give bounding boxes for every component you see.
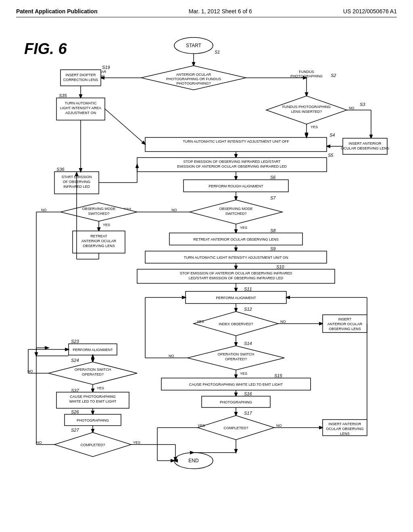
svg-text:YES: YES bbox=[197, 320, 204, 324]
svg-text:PERFORM ALIGNMENT: PERFORM ALIGNMENT bbox=[73, 348, 113, 352]
svg-text:S6: S6 bbox=[270, 175, 276, 180]
svg-text:S9: S9 bbox=[270, 246, 275, 251]
svg-text:ANTERIOR OCULAR: ANTERIOR OCULAR bbox=[81, 239, 117, 243]
svg-text:EMISSION OF ANTERIOR OCULAR OB: EMISSION OF ANTERIOR OCULAR OBSERVING IN… bbox=[177, 164, 287, 168]
svg-text:END: END bbox=[188, 458, 199, 463]
svg-text:OBSERVING MODE: OBSERVING MODE bbox=[219, 207, 253, 211]
svg-text:S3: S3 bbox=[360, 102, 365, 107]
header-center: Mar. 1, 2012 Sheet 6 of 6 bbox=[189, 8, 252, 15]
svg-text:STOP EMISSION OF ANTERIOR OCUL: STOP EMISSION OF ANTERIOR OCULAR OBSERVI… bbox=[180, 271, 292, 275]
svg-text:OBSERVING MODE: OBSERVING MODE bbox=[82, 207, 116, 211]
svg-text:YES: YES bbox=[198, 424, 205, 428]
svg-text:S8: S8 bbox=[270, 228, 276, 233]
svg-text:S23: S23 bbox=[71, 339, 79, 344]
header-right: US 2012/0050676 A1 bbox=[343, 8, 397, 15]
svg-text:S7: S7 bbox=[270, 195, 276, 200]
svg-text:S17: S17 bbox=[244, 411, 252, 416]
svg-text:COMPLETED?: COMPLETED? bbox=[80, 443, 105, 447]
svg-text:S1: S1 bbox=[215, 50, 220, 54]
svg-text:NO: NO bbox=[349, 106, 355, 110]
svg-text:COMPLETED?: COMPLETED? bbox=[223, 426, 248, 430]
svg-text:YES: YES bbox=[97, 386, 104, 390]
svg-text:S12: S12 bbox=[244, 307, 252, 312]
svg-text:OCULAR OBSERVING LENS: OCULAR OBSERVING LENS bbox=[341, 146, 389, 150]
svg-text:OBSERVING LENS: OBSERVING LENS bbox=[329, 327, 361, 331]
svg-text:LENS: LENS bbox=[340, 432, 350, 436]
svg-text:S19: S19 bbox=[102, 65, 110, 70]
svg-text:S5: S5 bbox=[328, 153, 334, 158]
svg-text:S4: S4 bbox=[330, 133, 335, 137]
svg-text:ANTERIOR OCULAR: ANTERIOR OCULAR bbox=[327, 322, 363, 326]
svg-text:TURN AUTOMATIC: TURN AUTOMATIC bbox=[65, 101, 97, 105]
svg-line-135 bbox=[105, 109, 145, 144]
svg-text:NO: NO bbox=[169, 354, 174, 358]
svg-text:PHOTOGRAPHING: PHOTOGRAPHING bbox=[220, 400, 252, 404]
svg-text:CAUSE PHOTOGRAPHING WHITE LED : CAUSE PHOTOGRAPHING WHITE LED TO EMIT LI… bbox=[189, 382, 283, 387]
svg-text:S15: S15 bbox=[274, 373, 282, 378]
svg-text:WHITE LED TO EMIT LIGHT: WHITE LED TO EMIT LIGHT bbox=[69, 399, 117, 403]
svg-text:INSERT DIOPTER: INSERT DIOPTER bbox=[65, 73, 96, 77]
svg-text:OPERATION SWITCH: OPERATION SWITCH bbox=[218, 352, 254, 356]
svg-text:YES: YES bbox=[103, 223, 110, 227]
fig-title: FIG. 6 bbox=[24, 40, 67, 58]
svg-text:INSERT: INSERT bbox=[338, 317, 352, 321]
svg-text:NO: NO bbox=[280, 320, 286, 324]
svg-text:YES: YES bbox=[133, 441, 140, 445]
svg-text:NO: NO bbox=[36, 441, 42, 445]
svg-text:S24: S24 bbox=[71, 358, 79, 363]
svg-text:S14: S14 bbox=[244, 341, 252, 346]
svg-text:S27: S27 bbox=[71, 428, 79, 432]
svg-text:LED/START EMISSION OF OBSERVIN: LED/START EMISSION OF OBSERVING INFRARED… bbox=[189, 276, 284, 280]
svg-text:YES: YES bbox=[240, 226, 247, 230]
svg-text:YES: YES bbox=[311, 125, 318, 129]
svg-text:TURN AUTOMATIC LIGHT INTENSITY: TURN AUTOMATIC LIGHT INTENSITY ADJUSTMEN… bbox=[184, 256, 288, 260]
svg-text:START: START bbox=[186, 43, 202, 48]
flowchart-svg: START S1 ANTERIOR OCULAR PHOTOGRAPHING O… bbox=[16, 25, 403, 517]
svg-text:TURN AUTOMATIC LIGHT INTENSITY: TURN AUTOMATIC LIGHT INTENSITY ADJUSTMEN… bbox=[183, 139, 289, 143]
svg-text:S2: S2 bbox=[331, 73, 336, 78]
svg-text:S16: S16 bbox=[244, 391, 252, 396]
svg-text:CORRECTION LENS: CORRECTION LENS bbox=[63, 78, 98, 82]
svg-text:YES: YES bbox=[240, 372, 247, 376]
svg-text:OPERATED?: OPERATED? bbox=[82, 372, 104, 376]
svg-text:FUNDUS: FUNDUS bbox=[299, 70, 314, 74]
svg-text:STOP EMISSION OF OBSERVING INF: STOP EMISSION OF OBSERVING INFRARED LED/… bbox=[183, 160, 281, 164]
svg-text:ADJUSTMENT ON: ADJUSTMENT ON bbox=[65, 111, 96, 115]
svg-text:NO: NO bbox=[171, 208, 177, 212]
svg-text:INSERT ANTERIOR: INSERT ANTERIOR bbox=[328, 422, 361, 426]
svg-text:PERFORM ALIGNMENT: PERFORM ALIGNMENT bbox=[216, 296, 256, 300]
svg-text:ANTERIOR OCULAR: ANTERIOR OCULAR bbox=[176, 73, 211, 77]
svg-text:S36: S36 bbox=[56, 167, 65, 172]
svg-text:S11: S11 bbox=[244, 287, 252, 291]
svg-text:RETREAT ANTERIOR OCULAR OBSERV: RETREAT ANTERIOR OCULAR OBSERVING LENS bbox=[193, 237, 279, 241]
svg-text:PHOTOGRAPHING: PHOTOGRAPHING bbox=[77, 418, 109, 422]
svg-text:PHOTOGRAPHING?: PHOTOGRAPHING? bbox=[177, 81, 211, 85]
svg-text:OPERATION SWITCH: OPERATION SWITCH bbox=[75, 368, 111, 372]
svg-text:SWITCHED?: SWITCHED? bbox=[88, 212, 109, 216]
svg-text:INSERT ANTERIOR: INSERT ANTERIOR bbox=[348, 141, 382, 145]
svg-text:OCULAR OBSERVING: OCULAR OBSERVING bbox=[326, 427, 363, 431]
svg-text:OBSERVING LENS: OBSERVING LENS bbox=[83, 244, 115, 248]
svg-text:LIGHT INTENSITY AREA: LIGHT INTENSITY AREA bbox=[60, 106, 101, 110]
svg-text:OPERATED?: OPERATED? bbox=[225, 357, 247, 361]
svg-text:NO: NO bbox=[41, 208, 47, 212]
header-left: Patent Application Publication bbox=[16, 8, 98, 15]
svg-text:PERFORM  ROUGH ALIGNMENT: PERFORM ROUGH ALIGNMENT bbox=[209, 184, 263, 188]
svg-text:CAUSE PHOTOGRAPHING: CAUSE PHOTOGRAPHING bbox=[70, 395, 115, 399]
page: Patent Application Publication Mar. 1, 2… bbox=[0, 0, 413, 532]
header: Patent Application Publication Mar. 1, 2… bbox=[16, 8, 397, 17]
svg-text:S35: S35 bbox=[59, 93, 67, 98]
svg-text:SWITCHED?: SWITCHED? bbox=[225, 212, 246, 216]
svg-text:INDEX OBSERVED?: INDEX OBSERVED? bbox=[219, 322, 253, 326]
svg-text:FUNDUS PHOTOGRAPHING: FUNDUS PHOTOGRAPHING bbox=[282, 105, 331, 109]
svg-text:NO: NO bbox=[276, 424, 282, 428]
svg-text:RETREAT: RETREAT bbox=[90, 234, 107, 238]
svg-text:S26: S26 bbox=[71, 409, 79, 414]
svg-text:LENS INSERTED?: LENS INSERTED? bbox=[291, 110, 322, 114]
svg-text:PHOTOGRAPHING OR FUNDUS: PHOTOGRAPHING OR FUNDUS bbox=[166, 77, 221, 81]
svg-text:S10: S10 bbox=[276, 264, 284, 269]
